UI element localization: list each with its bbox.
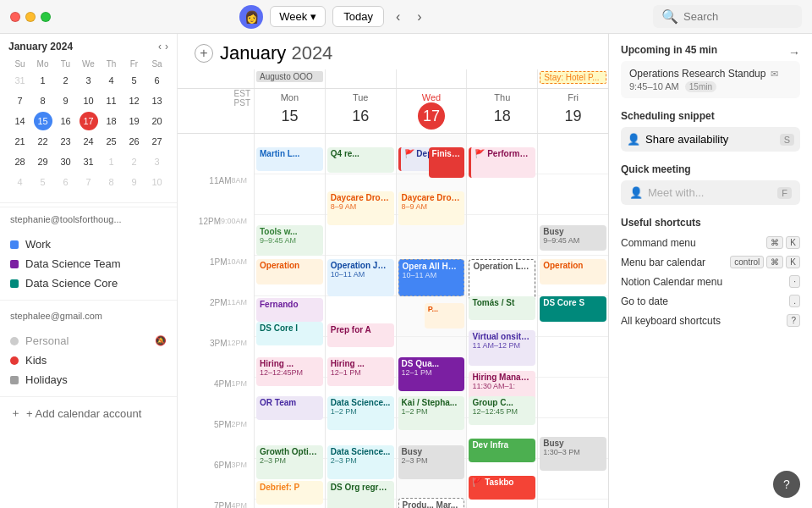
mini-cal-day[interactable]: 1	[102, 152, 121, 171]
event-q4-re[interactable]: Q4 re...	[327, 147, 394, 173]
event-ds-qua[interactable]: DS Qua... 12–1 PM	[398, 357, 465, 391]
mini-cal-day[interactable]: 17	[80, 112, 98, 130]
event-ds-core-mon[interactable]: DS Core I	[256, 322, 323, 345]
day-header-mon[interactable]: Mon 15	[254, 89, 325, 133]
mini-cal-day[interactable]: 13	[148, 91, 167, 110]
event-opera-wed[interactable]: Opera All Hands 10–11 AM	[398, 259, 465, 296]
mini-cal-day[interactable]: 14	[11, 112, 30, 130]
event-daycare-wed[interactable]: Daycare Dropoff 8–9 AM	[398, 191, 465, 225]
close-button[interactable]	[10, 12, 20, 22]
event-data-science-tue[interactable]: Data Science... 1–2 PM	[327, 396, 394, 430]
mini-cal-day[interactable]: 21	[11, 132, 30, 151]
day-header-thu[interactable]: Thu 18	[466, 89, 537, 133]
minimize-button[interactable]	[25, 12, 36, 22]
event-busy-fri-2[interactable]: Busy 1:30–3 PM	[540, 437, 606, 471]
mini-cal-day[interactable]: 10	[148, 173, 167, 191]
event-hiring-mon[interactable]: Hiring ... 12–12:45PM	[256, 357, 323, 386]
calendar-list-item[interactable]: Data Science Core	[0, 273, 177, 293]
mini-cal-prev[interactable]: ‹	[158, 41, 162, 52]
event-busy-fri-1[interactable]: Busy 9–9:45 AM	[540, 225, 606, 251]
mini-cal-day[interactable]: 4	[11, 173, 30, 191]
mini-cal-day[interactable]: 25	[102, 132, 121, 151]
mini-cal-next[interactable]: ›	[165, 41, 168, 52]
mini-cal-day[interactable]: 27	[148, 132, 167, 151]
event-martin-l[interactable]: Martin L...	[256, 147, 323, 171]
quick-meeting-input[interactable]: 👤 Meet with... F	[621, 180, 800, 205]
event-growth[interactable]: Growth Optimiz... 2–3 PM	[256, 445, 323, 479]
event-virtual[interactable]: Virtual onsite ... 11 AM–12 PM	[469, 330, 535, 366]
mini-cal-day[interactable]: 29	[34, 152, 52, 171]
event-busy-wed[interactable]: Busy 2–3 PM	[398, 445, 465, 479]
event-produ[interactable]: Produ... Mar... 3:30–4	[398, 498, 465, 508]
calendar-list-item[interactable]: Kids	[0, 351, 177, 370]
event-group-c[interactable]: Group C... 12–12:45 PM	[469, 396, 535, 425]
mini-cal-day[interactable]: 2	[125, 152, 144, 171]
event-prep[interactable]: Prep for A	[327, 323, 394, 347]
share-availability-button[interactable]: 👤 Share availability S	[621, 127, 800, 152]
day-header-fri[interactable]: Fri 19	[537, 89, 608, 133]
mini-cal-day[interactable]: 23	[57, 132, 75, 151]
next-button[interactable]: ›	[412, 6, 426, 28]
event-ds-core-fri[interactable]: DS Core S	[540, 296, 606, 322]
mini-cal-day[interactable]: 3	[148, 152, 167, 171]
mini-cal-day[interactable]: 11	[102, 91, 121, 110]
mini-cal-day[interactable]: 28	[11, 152, 30, 171]
mini-cal-day[interactable]: 12	[125, 91, 144, 110]
mini-cal-day[interactable]: 9	[125, 173, 144, 191]
mini-cal-day[interactable]: 10	[80, 91, 98, 110]
mini-cal-day[interactable]: 18	[102, 112, 121, 130]
mini-cal-day[interactable]: 8	[34, 91, 52, 110]
mini-cal-day[interactable]: 6	[57, 173, 75, 191]
event-operation-john[interactable]: Operation John:Step Coffee ... 10–11 AM	[327, 259, 394, 296]
mini-cal-day[interactable]: 22	[34, 132, 52, 151]
avatar[interactable]: 👩	[239, 5, 263, 29]
help-button[interactable]: ?	[773, 471, 800, 498]
event-taskbo[interactable]: 🚩 Taskbo	[469, 476, 535, 500]
mini-cal-day[interactable]: 31	[80, 152, 98, 171]
mini-cal-day[interactable]: 20	[148, 112, 167, 130]
mini-cal-day[interactable]: 9	[57, 91, 75, 110]
day-header-tue[interactable]: Tue 16	[325, 89, 396, 133]
event-kai[interactable]: Kai / Stepha... 1–2 PM	[398, 396, 465, 430]
upcoming-event-card[interactable]: Operations Research Standup ✉ 9:45–10 AM…	[621, 61, 800, 98]
mini-cal-day[interactable]: 31	[11, 71, 30, 90]
mini-cal-day[interactable]: 3	[80, 71, 98, 90]
calendar-list-item[interactable]: Data Science Team	[0, 254, 177, 273]
search-input[interactable]	[683, 10, 793, 23]
event-hiring-tue[interactable]: Hiring ... 12–1 PM	[327, 357, 394, 386]
mini-cal-day[interactable]: 2	[57, 71, 75, 90]
today-button[interactable]: Today	[332, 6, 384, 27]
mini-cal-day[interactable]: 4	[102, 71, 121, 90]
event-dev-infra[interactable]: Dev Infra	[469, 439, 535, 462]
mini-cal-day[interactable]: 19	[125, 112, 144, 130]
calendar-list-item[interactable]: Holidays	[0, 370, 177, 389]
mini-cal-day[interactable]: 6	[148, 71, 167, 90]
mini-cal-day[interactable]: 15	[34, 112, 52, 130]
add-calendar-button[interactable]: ＋ + Add calendar account	[0, 400, 177, 426]
day-header-wed[interactable]: Wed 17	[396, 89, 467, 133]
search-box[interactable]: 🔍	[653, 5, 802, 28]
upcoming-arrow[interactable]: →	[788, 46, 800, 59]
allday-event-hotel[interactable]: Stay: Hotel P...	[540, 71, 606, 84]
mini-cal-day[interactable]: 7	[80, 173, 98, 191]
prev-button[interactable]: ‹	[391, 6, 405, 28]
maximize-button[interactable]	[41, 12, 51, 22]
event-operation-fri[interactable]: Operation	[540, 259, 606, 284]
mini-cal-day[interactable]: 8	[102, 173, 121, 191]
mini-cal-day[interactable]: 5	[34, 173, 52, 191]
week-selector[interactable]: Week ▾	[270, 6, 326, 27]
event-operation-mon[interactable]: Operation	[256, 259, 323, 284]
calendar-list-item[interactable]: Personal🔕	[0, 331, 177, 351]
event-tomás[interactable]: Tomás / St	[469, 296, 535, 320]
event-fernando[interactable]: Fernando	[256, 298, 323, 322]
mini-cal-day[interactable]: 1	[34, 71, 52, 90]
calendar-scroll[interactable]: 11AM8AM 12PM9:00AM 1PM10AM 2PM11AM 3PM12…	[178, 134, 608, 508]
event-finish-p[interactable]: Finish p...	[429, 147, 465, 178]
mini-cal-day[interactable]: 7	[11, 91, 30, 110]
event-p-small[interactable]: P...	[425, 303, 465, 329]
mini-cal-day[interactable]: 26	[125, 132, 144, 151]
mini-cal-day[interactable]: 30	[57, 152, 75, 171]
calendar-list-item[interactable]: Work	[0, 235, 177, 254]
mini-cal-day[interactable]: 24	[80, 132, 98, 151]
event-debrief[interactable]: Debrief: P	[256, 481, 323, 505]
